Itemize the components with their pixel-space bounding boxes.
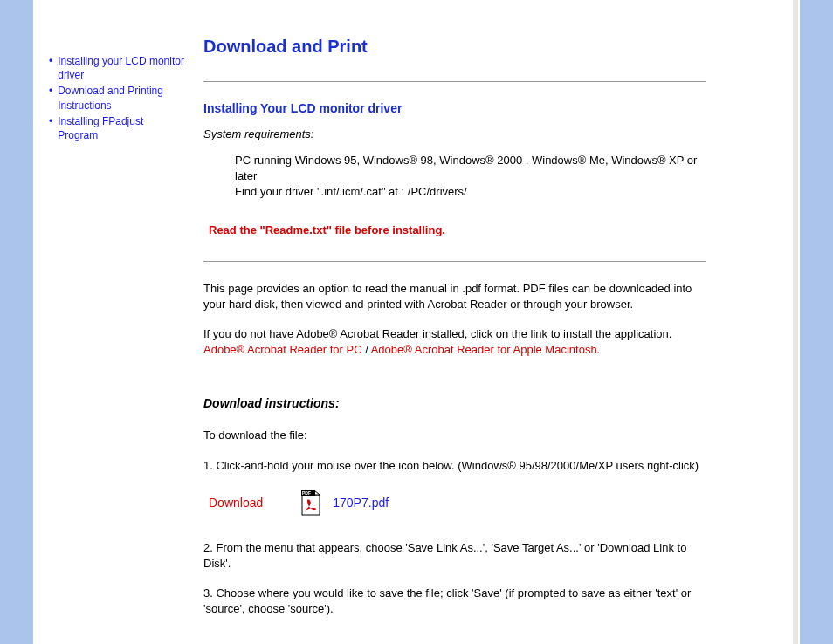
content-area: • Installing your LCD monitor driver • D… <box>33 0 793 644</box>
pdf-file-link[interactable]: 170P7.pdf <box>333 496 389 510</box>
pdf-cell: PDF 170P7.pdf <box>301 490 389 516</box>
sidebar-link[interactable]: Download and Printing Instructions <box>58 84 186 112</box>
download-step-2: 2. From the menu that appears, choose 'S… <box>203 540 706 572</box>
acrobat-paragraph: If you do not have Adobe® Acrobat Reader… <box>203 326 706 358</box>
divider <box>203 81 706 82</box>
section-heading-install: Installing Your LCD monitor driver <box>203 101 706 115</box>
download-step-3: 3. Choose where you would like to save t… <box>203 586 706 617</box>
bullet-icon: • <box>49 54 52 82</box>
divider <box>203 261 706 262</box>
svg-text:PDF: PDF <box>302 490 311 495</box>
bullet-icon: • <box>49 84 52 112</box>
download-intro: To download the file: <box>203 428 706 443</box>
page: • Installing your LCD monitor driver • D… <box>0 0 833 644</box>
sidebar: • Installing your LCD monitor driver • D… <box>33 0 195 644</box>
acrobat-mac-link[interactable]: Adobe® Acrobat Reader for Apple Macintos… <box>371 343 601 356</box>
link-separator: / <box>362 343 371 356</box>
sidebar-link[interactable]: Installing FPadjust Program <box>58 114 186 142</box>
right-decorative-band <box>800 0 833 644</box>
pdf-intro-paragraph: This page provides an option to read the… <box>203 281 706 312</box>
sys-req-label: System requirements: <box>203 127 706 140</box>
pdf-icon[interactable]: PDF <box>301 490 324 516</box>
acrobat-text: If you do not have Adobe® Acrobat Reader… <box>203 327 671 340</box>
download-step-1: 1. Click-and-hold your mouse over the ic… <box>203 458 706 474</box>
page-title: Download and Print <box>203 37 706 57</box>
sys-req-item: Find your driver ".inf/.icm/.cat" at : /… <box>235 184 706 200</box>
sidebar-list: • Installing your LCD monitor driver • D… <box>49 54 186 142</box>
sidebar-item-download-print[interactable]: • Download and Printing Instructions <box>49 84 186 112</box>
download-row: Download PDF 170P7.pdf <box>209 490 706 516</box>
svg-rect-0 <box>302 495 320 515</box>
download-heading: Download instructions: <box>203 396 706 410</box>
main-content: Download and Print Installing Your LCD m… <box>195 0 793 644</box>
sidebar-item-fpadjust[interactable]: • Installing FPadjust Program <box>49 114 186 142</box>
acrobat-pc-link[interactable]: Adobe® Acrobat Reader for PC <box>203 343 362 356</box>
left-decorative-band <box>0 0 33 644</box>
bullet-icon: • <box>49 114 52 142</box>
sidebar-link[interactable]: Installing your LCD monitor driver <box>58 54 186 82</box>
sidebar-item-install-driver[interactable]: • Installing your LCD monitor driver <box>49 54 186 82</box>
download-label: Download <box>209 496 263 510</box>
readme-warning: Read the "Readme.txt" file before instal… <box>203 223 706 236</box>
sys-req-item: PC running Windows 95, Windows® 98, Wind… <box>235 153 706 184</box>
sys-req-list: PC running Windows 95, Windows® 98, Wind… <box>203 153 706 201</box>
